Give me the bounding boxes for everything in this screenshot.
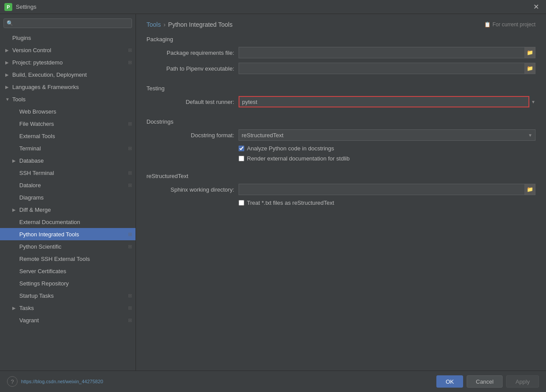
test-runner-label: Default test runner: <box>146 99 239 105</box>
analyze-python-row: Analyze Python code in docstrings <box>146 145 535 152</box>
treat-txt-checkbox[interactable] <box>239 200 244 206</box>
sidebar-label-python-integrated-tools: Python Integrated Tools <box>19 231 79 238</box>
sphinx-dir-browse-button[interactable]: 📁 <box>525 184 535 195</box>
apply-button[interactable]: Apply <box>506 375 539 388</box>
package-requirements-input[interactable] <box>239 47 525 58</box>
arrow-icon-languages <box>5 85 11 89</box>
packaging-section: Packaging Package requirements file: 📁 P… <box>146 36 535 74</box>
sidebar-item-terminal[interactable]: Terminal⊞ <box>0 142 136 154</box>
sidebar-item-file-watchers[interactable]: File Watchers⊞ <box>0 118 136 130</box>
sidebar-label-database: Database <box>19 157 44 164</box>
cancel-button[interactable]: Cancel <box>467 375 503 388</box>
search-icon: 🔍 <box>7 20 13 26</box>
title-bar: P Settings ✕ <box>0 0 546 14</box>
breadcrumb-project: 📋 For current project <box>484 21 535 28</box>
close-button[interactable]: ✕ <box>531 2 542 12</box>
sidebar-item-version-control[interactable]: Version Control⊞ <box>0 44 136 56</box>
sidebar-label-external-docs: External Documentation <box>19 219 80 225</box>
restructuredtext-section: reStructuredText Sphinx working director… <box>146 173 535 206</box>
breadcrumb: Tools › Python Integrated Tools 📋 For cu… <box>146 21 535 28</box>
ok-button[interactable]: OK <box>436 375 463 388</box>
copy-icon-datalore: ⊞ <box>128 182 132 188</box>
sidebar-item-startup-tasks[interactable]: Startup Tasks⊞ <box>0 289 136 302</box>
docstring-format-label: Docstring format: <box>146 132 239 139</box>
breadcrumb-parent: Tools <box>146 21 161 28</box>
sidebar-item-remote-ssh-external-tools[interactable]: Remote SSH External Tools <box>0 253 136 265</box>
sidebar-item-external-tools[interactable]: External Tools <box>0 130 136 142</box>
sphinx-dir-label: Sphinx working directory: <box>146 186 239 193</box>
sidebar-item-project[interactable]: Project: pytestdemo⊞ <box>0 56 136 68</box>
sidebar-label-terminal: Terminal <box>19 145 41 152</box>
docstrings-title: Docstrings <box>146 118 535 125</box>
pipenv-path-browse-button[interactable]: 📁 <box>525 63 535 74</box>
copy-icon-python-integrated-tools: ⊞ <box>128 232 132 237</box>
sidebar-label-external-tools: External Tools <box>19 133 55 139</box>
copy-icon-file-watchers: ⊞ <box>128 121 132 127</box>
sphinx-dir-input-wrapper: 📁 <box>239 184 535 195</box>
sphinx-dir-row: Sphinx working directory: 📁 <box>146 184 535 195</box>
arrow-icon-database <box>12 158 18 163</box>
sidebar-item-tools[interactable]: Tools <box>0 93 136 105</box>
sidebar-item-database[interactable]: Database <box>0 154 136 167</box>
sphinx-dir-input[interactable] <box>239 184 525 195</box>
sidebar-label-vagrant: Vagrant <box>19 317 39 324</box>
package-requirements-browse-button[interactable]: 📁 <box>525 47 535 58</box>
content-area: Tools › Python Integrated Tools 📋 For cu… <box>136 14 546 371</box>
sidebar-item-diagrams[interactable]: Diagrams <box>0 191 136 203</box>
sidebar-label-version-control: Version Control <box>12 47 51 53</box>
pipenv-path-input-wrapper: 📁 <box>239 63 535 74</box>
breadcrumb-current: Python Integrated Tools <box>168 21 232 28</box>
breadcrumb-separator: › <box>164 21 166 28</box>
sidebar-item-languages[interactable]: Languages & Frameworks <box>0 81 136 93</box>
sidebar-item-build-exec[interactable]: Build, Execution, Deployment <box>0 68 136 81</box>
sidebar-item-plugins[interactable]: Plugins <box>0 32 136 44</box>
sidebar-item-settings-repository[interactable]: Settings Repository <box>0 277 136 289</box>
arrow-icon-diff-merge <box>12 207 18 212</box>
packaging-title: Packaging <box>146 36 535 43</box>
project-label: For current project <box>492 21 535 28</box>
sidebar-label-tools: Tools <box>12 96 25 103</box>
sidebar-item-diff-merge[interactable]: Diff & Merge <box>0 203 136 216</box>
help-button[interactable]: ? <box>7 376 18 387</box>
bottom-bar: ? https://blog.csdn.net/weixin_44275820 … <box>0 371 546 392</box>
sidebar-item-ssh-terminal[interactable]: SSH Terminal⊞ <box>0 167 136 179</box>
copy-icon-tasks: ⊞ <box>128 305 132 311</box>
copy-icon-ssh-terminal: ⊞ <box>128 170 132 176</box>
render-external-checkbox[interactable] <box>239 156 244 161</box>
copy-icon-terminal: ⊞ <box>128 146 132 151</box>
sidebar-label-remote-ssh-external-tools: Remote SSH External Tools <box>19 256 90 262</box>
analyze-python-checkbox[interactable] <box>239 146 244 151</box>
package-requirements-input-wrapper: 📁 <box>239 47 535 58</box>
pipenv-path-input[interactable] <box>239 63 525 74</box>
copy-icon-python-scientific: ⊞ <box>128 244 132 249</box>
app-icon: P <box>4 3 12 11</box>
url-hint: https://blog.csdn.net/weixin_44275820 <box>21 379 103 384</box>
sidebar-item-server-certificates[interactable]: Server Certificates <box>0 265 136 277</box>
arrow-icon-tools <box>5 97 11 102</box>
copy-icon-startup-tasks: ⊞ <box>128 293 132 299</box>
sidebar-label-languages: Languages & Frameworks <box>12 84 79 90</box>
sidebar-item-vagrant[interactable]: Vagrant⊞ <box>0 314 136 326</box>
test-runner-dropdown-arrow: ▼ <box>531 100 535 104</box>
sidebar-label-diagrams: Diagrams <box>19 194 44 201</box>
test-runner-row: Default test runner: ▼ <box>146 96 535 107</box>
sidebar-item-web-browsers[interactable]: Web Browsers <box>0 105 136 118</box>
sidebar-item-datalore[interactable]: Datalore⊞ <box>0 179 136 191</box>
test-runner-input[interactable] <box>239 97 528 107</box>
analyze-python-label: Analyze Python code in docstrings <box>247 145 334 152</box>
sidebar-label-project: Project: pytestdemo <box>12 59 63 66</box>
copy-icon-project: ⊞ <box>128 60 132 65</box>
docstring-format-select-wrapper: reStructuredText Epytext Google NumPy Pl… <box>239 129 535 141</box>
sidebar-item-python-scientific[interactable]: Python Scientific⊞ <box>0 240 136 253</box>
sidebar-item-tasks[interactable]: Tasks⊞ <box>0 302 136 314</box>
search-box[interactable]: 🔍 <box>4 18 132 28</box>
pipenv-path-row: Path to Pipenv executable: 📁 <box>146 63 535 74</box>
package-requirements-label: Package requirements file: <box>146 50 239 56</box>
restructuredtext-title: reStructuredText <box>146 173 535 179</box>
search-input[interactable] <box>15 20 129 26</box>
pipenv-path-label: Path to Pipenv executable: <box>146 65 239 72</box>
docstring-format-select[interactable]: reStructuredText Epytext Google NumPy Pl… <box>239 130 535 140</box>
arrow-icon-tasks <box>12 306 18 310</box>
sidebar-item-python-integrated-tools[interactable]: Python Integrated Tools⊞ <box>0 228 136 240</box>
sidebar-item-external-docs[interactable]: External Documentation <box>0 216 136 228</box>
